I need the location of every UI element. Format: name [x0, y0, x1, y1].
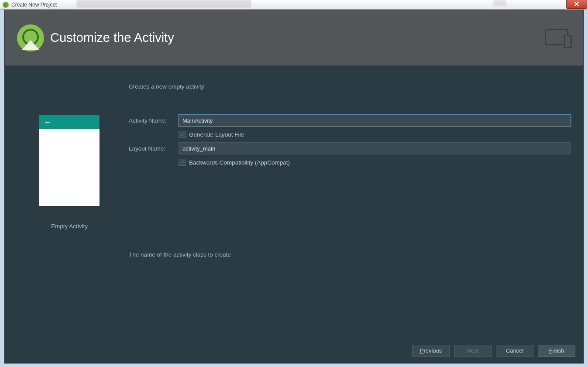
window-close-button[interactable] [566, 0, 587, 9]
back-arrow-icon: ← [44, 118, 52, 127]
template-description: Creates a new empty activity [129, 83, 571, 90]
layout-name-input[interactable] [179, 142, 571, 154]
form-column: Creates a new empty activity Activity Na… [107, 83, 575, 338]
android-studio-logo [17, 24, 44, 51]
backwards-compat-checkbox[interactable]: ✓ [179, 159, 186, 166]
finish-button[interactable]: Finish [538, 345, 575, 357]
wizard-header: Customize the Activity [5, 10, 583, 66]
window-titlebar: Create New Project [0, 0, 588, 10]
layout-name-label: Layout Name: [129, 145, 176, 152]
activity-name-label: Activity Name: [129, 117, 176, 124]
previous-button[interactable]: Previous [412, 345, 450, 357]
template-preview-column: ← Empty Activity [32, 115, 107, 338]
close-icon [574, 1, 579, 7]
template-name: Empty Activity [51, 223, 88, 230]
device-preview-icon [545, 29, 571, 47]
backwards-compat-label[interactable]: Backwards Compatibility (AppCompat) [189, 159, 290, 166]
generate-layout-row: ✓ Generate Layout File [179, 131, 571, 138]
wizard-title: Customize the Activity [50, 31, 174, 45]
checkmark-icon: ✓ [180, 160, 185, 165]
checkmark-icon: ✓ [180, 132, 185, 137]
background-tab-blur [76, 0, 251, 8]
finish-button-rest: inish [553, 347, 564, 354]
wizard-content: ← Empty Activity Creates a new empty act… [5, 66, 583, 338]
app-icon [3, 2, 9, 8]
generate-layout-label[interactable]: Generate Layout File [189, 131, 244, 138]
preview-appbar: ← [39, 115, 100, 129]
wizard-footer: Previous Next Cancel Finish [5, 338, 583, 363]
previous-button-rest: revious [423, 347, 442, 354]
wizard-dialog: Customize the Activity ← Empty Activity … [4, 10, 584, 364]
activity-name-row: Activity Name: [129, 114, 571, 127]
activity-name-input[interactable] [179, 114, 571, 127]
background-blur [493, 0, 506, 6]
template-preview: ← [39, 115, 100, 206]
layout-name-row: Layout Name: [129, 142, 571, 154]
window-title: Create New Project [11, 2, 57, 8]
next-button[interactable]: Next [454, 345, 492, 357]
cancel-button[interactable]: Cancel [496, 345, 533, 357]
generate-layout-checkbox[interactable]: ✓ [179, 131, 186, 138]
backwards-compat-row: ✓ Backwards Compatibility (AppCompat) [179, 159, 571, 166]
field-help-text: The name of the activity class to create [129, 251, 571, 258]
